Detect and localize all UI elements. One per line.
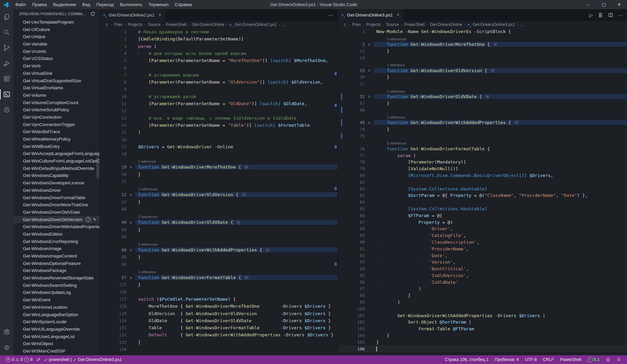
sidebar-command-item[interactable]: Get-WinEvent [13,296,100,304]
code-line[interactable]: 2[CmdletBinding(DefaultParameterSetName)… [100,35,337,42]
code-line[interactable]: 97❯function Get-WindowsDriverFormatTable… [100,274,337,281]
code-line[interactable]: 65 [100,233,337,240]
code-line[interactable]: 95} [100,253,337,261]
menu-item[interactable]: Файл [12,0,29,9]
code-line[interactable]: 9 [100,86,337,93]
sidebar-command-item[interactable]: Get-VCSStatus [13,55,100,62]
codelens[interactable]: 1 reference [100,268,337,274]
sidebar-command-item[interactable]: Get-VirtualEnvName [13,84,100,92]
code-line[interactable]: 102 Sort-Object @SortParam | [338,319,627,326]
sidebar-command-item[interactable]: Get-WinSystemLocale [13,318,100,326]
breadcrumb-item[interactable]: c: [105,22,109,27]
breadcrumb-item[interactable]: >_ Get-DriversOnline2.ps1 [229,22,277,27]
code-line[interactable]: 48 [338,107,627,113]
codelens[interactable]: 1 reference [100,157,337,163]
sidebar-command-item[interactable]: Get-UICulture [13,26,100,33]
code-line[interactable]: 104 } [338,332,627,339]
sidebar-command-item[interactable]: Get-WIMBootEntry [13,143,100,150]
codelens[interactable]: 1 reference [338,87,627,93]
breadcrumb-item[interactable]: Projects [127,22,143,27]
code-line[interactable]: 87 Property = @( [338,219,627,225]
fold-chevron-icon[interactable]: ❯ [365,43,374,46]
notifications-bell-icon[interactable] [615,357,623,362]
encoding-status[interactable]: UTF-8 [523,357,538,362]
code-line[interactable]: 91 'ProviderName', [338,245,627,252]
sidebar-command-item[interactable]: Get-WinCultureFromLanguageListOptOut [13,157,100,165]
code-line[interactable]: 76 function Get-WindowsDriverFormatTable… [338,145,627,152]
sidebar-command-item[interactable]: Get-WindowsErrorReporting [13,238,100,245]
split-editor-icon[interactable] [608,12,613,18]
code-line[interactable]: 84 [338,199,627,206]
code-line[interactable]: 4 # для которых есть более одной версии [100,50,337,57]
sidebar-command-item[interactable]: Get-WindowsDriverWithAddedProperties [13,223,100,231]
code-line[interactable]: 32❯function Get-WindowsDriverOldVersion … [100,191,337,198]
code-line[interactable]: 15) [100,129,337,136]
problems-status[interactable]: ✕ 0 ⚠ 0 i 8 [4,357,34,362]
code-line[interactable]: 6 [100,64,337,71]
code-line[interactable]: 13 # все, в виде таблицы, с полями IsOld… [100,115,337,122]
circle-extension-icon[interactable] [0,102,13,118]
source-control-icon[interactable] [0,40,13,56]
close-tab-icon[interactable]: ✕ [397,13,400,17]
sidebar-command-item[interactable]: Get-WindowsSearchSetting [13,282,100,289]
code-line[interactable]: 78 [Parameter(Mandatory)] [338,159,627,165]
code-line[interactable]: 82 [System.Collections.Hashtable] [338,185,627,192]
menu-item[interactable]: Терминал [145,0,172,9]
editor-right[interactable]: 1New-Module -Name Get-WindowsDriverEx -S… [338,28,627,355]
code-line[interactable]: 18 [100,150,337,157]
code-line[interactable]: 86 $FTParam = @{ [338,212,627,219]
account-icon[interactable] [0,324,13,340]
sidebar-command-item[interactable]: Get-WdacBidTrace [13,128,100,135]
code-line[interactable]: 64} [100,226,337,233]
code-line[interactable]: 1# Показ драйверов в системе [100,28,337,35]
sidebar-command-item[interactable]: Get-WinUserLanguageList [13,333,100,340]
code-line[interactable]: 106 [338,345,627,352]
code-line[interactable]: 19❯function Get-WindowsDriverMoreThatOne… [100,163,337,171]
breadcrumb-item[interactable]: >_ Get-DriversOnline3.ps1 [467,22,516,27]
code-line[interactable]: 13 } [338,48,627,55]
sidebar-command-item[interactable]: Get-VolumeCorruptionCount [13,99,100,107]
sidebar-command-item[interactable]: Get-WindowsDriverMoreThatOne [13,201,100,209]
code-line[interactable]: 129 OldVersion { Get-WindowsDriverOldVer… [100,310,337,317]
sidebar-command-item[interactable]: Get-WindowsImageContent [13,252,100,260]
code-line[interactable]: 32❯ function Get-WindowsDriverOldVDate {… [338,93,627,100]
more-actions-icon[interactable]: ⋯ [618,12,623,18]
code-line[interactable]: 10 # устаревшей датой [100,93,337,100]
code-line[interactable]: 81 [338,179,627,185]
breadcrumb-item[interactable]: Projects [365,22,381,27]
fold-chevron-icon[interactable]: ❯ [127,248,135,252]
code-line[interactable]: 2❯ function Get-WindowsDriverMoreThatOne… [338,41,627,48]
code-line[interactable]: 131 Table { Get-WindowsDriverFormatTable… [100,324,337,331]
sidebar-command-item[interactable]: Get-WinAcceptLanguageFromLanguageLis... [13,150,100,157]
sidebar-command-item[interactable]: Get-WindowsDriverOldVersion?✎ [13,216,100,223]
breadcrumb-item[interactable]: Files [352,22,361,27]
code-line[interactable]: 88 'Driver', [338,225,627,232]
code-line[interactable]: 95 'IsOldVersion', [338,272,627,279]
rocket-icon[interactable] [34,357,43,362]
breadcrumb-item[interactable]: PowerShell [165,22,187,27]
code-line[interactable]: 11 [Parameter(ParameterSetName = "OldDat… [100,100,337,107]
fold-chevron-icon[interactable]: ❯ [365,95,374,98]
code-line[interactable]: 83 $SortParam = @{ Property = @("ClassNa… [338,192,627,199]
run-file-icon[interactable] [598,12,603,18]
sidebar-command-item[interactable]: Get-WinLanguageBarOption [13,311,100,318]
run-debug-icon[interactable] [0,56,13,71]
sidebar-command-item[interactable]: Get-WSManCredSSP [13,347,100,355]
code-line[interactable]: 93 'Version', [338,259,627,266]
code-line[interactable]: 98 } [338,292,627,299]
extensions-icon[interactable] [0,71,13,87]
sidebar-command-item[interactable]: Get-Variable [13,40,100,48]
sidebar-command-item[interactable]: Get-WindowsReservedStorageState [13,274,100,282]
menu-item[interactable]: Вид [79,0,93,9]
codelens[interactable]: 0 references [338,35,627,41]
code-line[interactable]: 30} [100,171,337,178]
code-line[interactable]: 92 'Date', [338,252,627,259]
maximize-button[interactable]: ▢ [596,0,611,9]
sidebar-command-item[interactable]: Get-WheaMemoryPolicy [13,135,100,143]
code-line[interactable]: 75 [338,133,627,140]
tab-get-driversonline2[interactable]: >_ Get-DriversOnline2.ps1 ✕ [100,9,165,21]
fold-chevron-icon[interactable]: ❯ [365,121,374,124]
codelens[interactable]: 1 reference [338,113,627,119]
sidebar-command-item[interactable]: Get-WindowsDriverOldVDate [13,209,100,216]
sidebar-command-item[interactable]: Get-WindowsPackage [13,267,100,274]
